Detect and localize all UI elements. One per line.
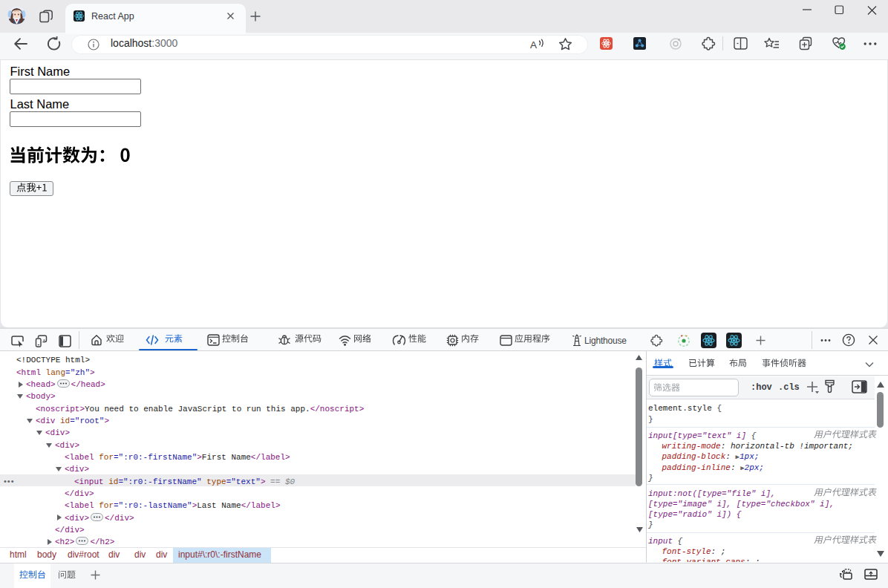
svg-text:A: A <box>530 39 537 50</box>
